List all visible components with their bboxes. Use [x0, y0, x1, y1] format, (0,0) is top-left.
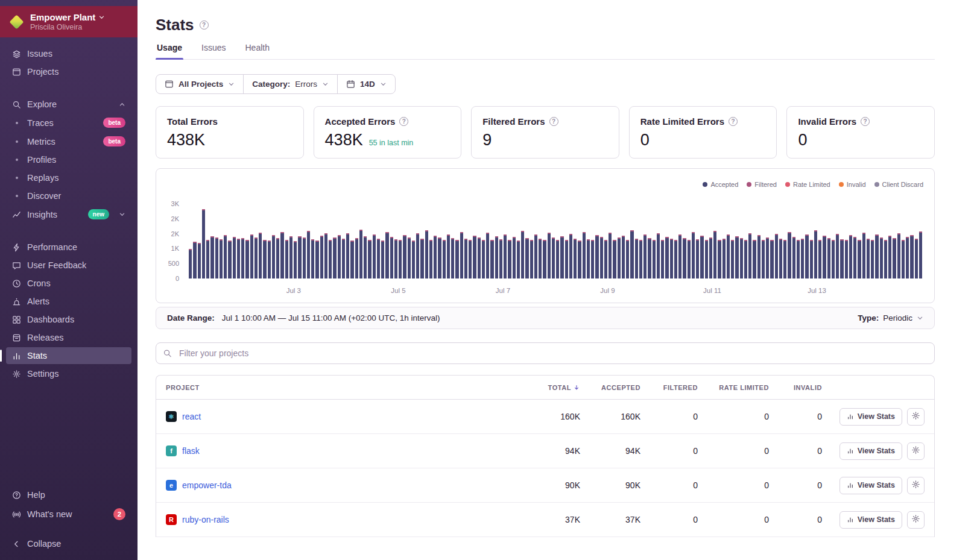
column-header-rate-limited[interactable]: RATE LIMITED	[698, 384, 769, 391]
view-stats-button[interactable]: View Stats	[839, 442, 902, 460]
usage-chart-plot[interactable]	[189, 204, 922, 278]
tab-health[interactable]: Health	[244, 43, 271, 59]
sidebar-item-label: Dashboards	[27, 315, 74, 324]
sidebar-item-help[interactable]: Help	[6, 486, 131, 503]
date-range-dropdown[interactable]: 14D	[337, 75, 395, 93]
help-icon[interactable]: ?	[729, 117, 738, 126]
sidebar-item-profiles[interactable]: Profiles	[6, 151, 131, 168]
org-switcher[interactable]: Empower Plant Priscila Oliveira	[0, 6, 138, 37]
chart-bar	[779, 239, 782, 278]
chart-bar	[189, 249, 192, 278]
sidebar-item-crons[interactable]: Crons	[6, 275, 131, 292]
org-logo-icon	[8, 14, 24, 30]
tab-issues[interactable]: Issues	[200, 43, 227, 59]
bullet-icon	[12, 140, 21, 143]
sidebar-item-alerts[interactable]: Alerts	[6, 293, 131, 310]
sidebar-item-dashboards[interactable]: Dashboards	[6, 311, 131, 328]
chart-bar	[648, 238, 651, 278]
chart-bar	[670, 239, 673, 278]
sidebar-item-discover[interactable]: Discover	[6, 187, 131, 204]
sidebar-item-label: Metrics	[27, 137, 55, 146]
project-settings-button[interactable]	[907, 442, 925, 460]
stat-cards: Total Errors438KAccepted Errors?438K55 i…	[156, 106, 935, 159]
chart-bar	[206, 240, 209, 278]
project-search-input[interactable]	[156, 342, 935, 364]
sidebar-nav-secondary: PerformanceUser FeedbackCronsAlertsDashb…	[0, 238, 138, 383]
sidebar-item-settings[interactable]: Settings	[6, 365, 131, 382]
sidebar-item-metrics[interactable]: Metricsbeta	[6, 133, 131, 150]
view-stats-button[interactable]: View Stats	[839, 408, 902, 426]
chart-bar	[233, 237, 236, 278]
sidebar-item-label: Help	[27, 490, 45, 500]
date-range-caption: Date Range:	[167, 313, 215, 322]
chart-bar	[902, 240, 905, 278]
column-header-total[interactable]: TOTAL	[520, 384, 580, 391]
sidebar-item-insights[interactable]: Insightsnew	[6, 206, 131, 223]
project-link[interactable]: flask	[182, 446, 200, 456]
sidebar-collapse-button[interactable]: Collapse	[6, 535, 131, 552]
chart-bar	[333, 238, 336, 278]
y-axis-tick: 2K	[171, 230, 179, 238]
help-icon[interactable]: ?	[549, 117, 558, 126]
chart-bar	[565, 240, 568, 278]
chart-bar	[373, 234, 376, 278]
column-header-project[interactable]: PROJECT	[166, 384, 520, 391]
chart-bar	[504, 234, 507, 278]
sidebar-item-explore[interactable]: Explore	[6, 96, 131, 113]
row-actions: View Stats	[822, 477, 925, 494]
sidebar-item-projects[interactable]: Projects	[6, 63, 131, 80]
performance-icon	[12, 243, 21, 252]
page-help-icon[interactable]: ?	[200, 20, 209, 30]
view-stats-label: View Stats	[858, 412, 895, 421]
column-header-invalid[interactable]: INVALID	[769, 384, 822, 391]
chart-bar	[683, 238, 686, 278]
sidebar-item-replays[interactable]: Replays	[6, 169, 131, 186]
legend-item-rate-limited[interactable]: Rate Limited	[785, 181, 830, 188]
project-filter-dropdown[interactable]: All Projects	[156, 75, 243, 93]
chart-type-dropdown[interactable]: Type: Periodic	[858, 313, 923, 322]
legend-item-filtered[interactable]: Filtered	[747, 181, 777, 188]
project-settings-button[interactable]	[907, 477, 925, 494]
sidebar-nav-primary: IssuesProjects	[0, 45, 138, 81]
column-header-filtered[interactable]: FILTERED	[640, 384, 698, 391]
view-stats-icon	[847, 482, 854, 489]
new-badge: new	[88, 209, 109, 219]
sidebar-item-what-s-new[interactable]: What's new2	[6, 505, 131, 524]
project-link[interactable]: empower-tda	[182, 480, 232, 490]
chart-bar	[805, 234, 808, 278]
sidebar-item-stats[interactable]: Stats	[6, 347, 131, 364]
view-stats-button[interactable]: View Stats	[839, 511, 902, 529]
chart-bar	[840, 239, 843, 278]
legend-item-accepted[interactable]: Accepted	[703, 181, 738, 188]
help-icon[interactable]: ?	[861, 117, 870, 126]
table-row: Rruby-on-rails37K37K000View Stats	[156, 503, 934, 537]
tab-usage[interactable]: Usage	[156, 43, 183, 59]
sidebar-item-releases[interactable]: Releases	[6, 329, 131, 346]
project-settings-button[interactable]	[907, 408, 925, 426]
sidebar-nav-explore: TracesbetaMetricsbetaProfilesReplaysDisc…	[0, 113, 138, 224]
chart-bar	[867, 239, 870, 278]
chart-bar	[705, 240, 708, 278]
chart-bar	[285, 240, 288, 278]
chart-bar	[548, 233, 551, 278]
view-stats-button[interactable]: View Stats	[839, 477, 902, 494]
help-icon[interactable]: ?	[399, 117, 408, 126]
sidebar-item-traces[interactable]: Tracesbeta	[6, 114, 131, 131]
project-link[interactable]: react	[182, 412, 201, 421]
sidebar-item-performance[interactable]: Performance	[6, 239, 131, 256]
project-link[interactable]: ruby-on-rails	[182, 515, 229, 524]
sidebar-item-label: Crons	[27, 278, 51, 288]
column-header-accepted[interactable]: ACCEPTED	[580, 384, 640, 391]
x-axis-tick: Jul 3	[286, 287, 301, 294]
column-header-label: ACCEPTED	[601, 384, 640, 391]
legend-item-client-discard[interactable]: Client Discard	[874, 181, 923, 188]
sidebar-item-user-feedback[interactable]: User Feedback	[6, 257, 131, 274]
project-settings-button[interactable]	[907, 511, 925, 529]
legend-item-invalid[interactable]: Invalid	[839, 181, 866, 188]
chart-bar	[499, 239, 502, 278]
chart-bar	[766, 238, 769, 278]
chart-bar	[338, 235, 341, 278]
sidebar-item-issues[interactable]: Issues	[6, 45, 131, 62]
category-filter-dropdown[interactable]: Category: Errors	[243, 75, 337, 93]
sidebar-item-label: Projects	[27, 67, 58, 77]
